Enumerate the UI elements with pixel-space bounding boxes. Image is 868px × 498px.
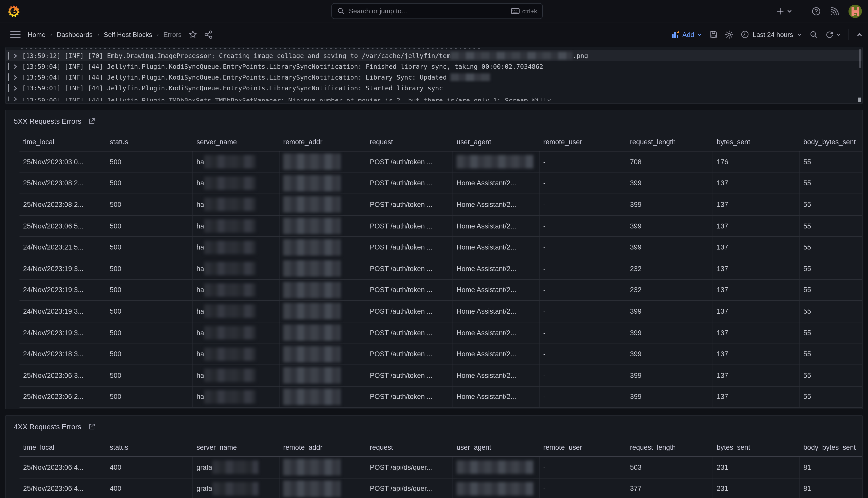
log-expand-chevron-icon[interactable] bbox=[13, 53, 17, 58]
zoom-out-icon[interactable] bbox=[810, 30, 818, 39]
save-icon[interactable] bbox=[709, 30, 718, 39]
column-header-status[interactable]: status bbox=[106, 133, 193, 151]
redacted-server-name bbox=[204, 155, 256, 169]
log-scroll-corner[interactable] bbox=[858, 97, 861, 102]
column-header-request_length[interactable]: request_length bbox=[626, 439, 713, 456]
settings-gear-icon[interactable] bbox=[725, 30, 734, 39]
log-expand-chevron-icon[interactable] bbox=[13, 75, 17, 80]
cell-request: POST /auth/token ... bbox=[366, 194, 453, 215]
column-header-request[interactable]: request bbox=[366, 439, 453, 456]
breadcrumb-item-dashboards[interactable]: Dashboards bbox=[57, 30, 93, 38]
cell-server_name: ha bbox=[193, 194, 280, 215]
redacted-remote-addr bbox=[283, 367, 341, 383]
column-header-user_agent[interactable]: user_agent bbox=[453, 133, 540, 151]
log-message: [13:59:04] [INF] [44] Jellyfin.Plugin.Ko… bbox=[22, 74, 491, 81]
table-5xx: time_localstatusserver_nameremote_addrre… bbox=[19, 133, 862, 408]
redacted-user-agent bbox=[457, 155, 533, 169]
log-row[interactable]: [13:59:04] [INF] [44] Jellyfin.Plugin.Ko… bbox=[6, 61, 862, 72]
panel-header[interactable]: 4XX Requests Errors bbox=[6, 416, 862, 434]
refresh-button[interactable] bbox=[825, 30, 841, 39]
column-header-remote_user[interactable]: remote_user bbox=[540, 439, 626, 456]
cell-status: 500 bbox=[106, 194, 193, 215]
search-input[interactable]: Search or jump to... ctrl+k bbox=[331, 3, 543, 19]
news-rss-icon[interactable] bbox=[830, 7, 839, 16]
column-header-request_length[interactable]: request_length bbox=[626, 133, 713, 151]
cell-status: 500 bbox=[106, 323, 193, 343]
redacted-remote-addr bbox=[283, 325, 341, 341]
cell-request_length: 399 bbox=[626, 194, 713, 215]
breadcrumb-item-self-host-blocks[interactable]: Self Host Blocks bbox=[104, 30, 152, 38]
server-name-prefix: ha bbox=[196, 222, 204, 230]
log-scrollbar-thumb[interactable] bbox=[859, 49, 861, 68]
column-header-remote_addr[interactable]: remote_addr bbox=[280, 439, 366, 456]
column-header-bytes_sent[interactable]: bytes_sent bbox=[713, 439, 800, 456]
cell-request_length: 399 bbox=[626, 344, 713, 365]
help-icon[interactable] bbox=[812, 7, 821, 16]
redacted-server-name bbox=[204, 390, 256, 404]
column-header-bytes_sent[interactable]: bytes_sent bbox=[713, 133, 800, 151]
log-expand-chevron-icon[interactable] bbox=[13, 86, 17, 91]
breadcrumb-item-home[interactable]: Home bbox=[28, 30, 45, 38]
cell-remote_user: - bbox=[540, 152, 626, 172]
share-icon[interactable] bbox=[204, 30, 213, 39]
column-header-remote_addr[interactable]: remote_addr bbox=[280, 133, 366, 151]
panel-header[interactable]: 5XX Requests Errors bbox=[6, 110, 862, 128]
cell-user_agent: Home Assistant/2... bbox=[453, 173, 540, 194]
log-row[interactable]: [13:59:00] [INF] [44] Jellyfin.Plugin.TM… bbox=[6, 93, 862, 101]
log-level-bar bbox=[8, 84, 9, 92]
collapse-up-icon[interactable] bbox=[856, 31, 863, 38]
column-header-server_name[interactable]: server_name bbox=[193, 439, 280, 456]
redacted-server-name bbox=[204, 219, 256, 233]
user-avatar[interactable] bbox=[849, 5, 862, 18]
cell-status: 400 bbox=[106, 478, 193, 498]
log-expand-chevron-icon[interactable] bbox=[13, 64, 17, 69]
star-icon[interactable] bbox=[189, 30, 197, 39]
cell-server_name: ha bbox=[193, 386, 280, 407]
cell-remote_addr bbox=[280, 386, 366, 407]
redacted-user-agent bbox=[457, 482, 533, 495]
cell-remote_user: - bbox=[540, 258, 626, 279]
log-row[interactable]: [13:59:12] [INF] [70] Emby.Drawing.Image… bbox=[6, 50, 862, 61]
grafana-logo-icon[interactable] bbox=[7, 5, 21, 18]
column-header-request[interactable]: request bbox=[366, 133, 453, 151]
cell-remote_addr bbox=[280, 365, 366, 386]
time-range-picker[interactable]: Last 24 hours bbox=[741, 30, 802, 39]
cell-bytes_sent: 137 bbox=[713, 344, 800, 365]
menu-icon[interactable] bbox=[10, 30, 21, 39]
table-row: 24/Nov/2023:19:3...500haPOST /auth/token… bbox=[19, 323, 862, 344]
column-header-status[interactable]: status bbox=[106, 439, 193, 456]
cell-user_agent bbox=[453, 457, 540, 478]
cell-body_bytes_sent: 55 bbox=[800, 323, 863, 343]
logs-panel: [13:59:12] [INF] [70] Emby.Drawing.Image… bbox=[5, 47, 863, 104]
new-button[interactable] bbox=[776, 7, 792, 15]
external-link-icon[interactable] bbox=[88, 423, 95, 430]
column-header-body_bytes_sent[interactable]: body_bytes_sent bbox=[800, 439, 863, 456]
add-button[interactable]: Add bbox=[672, 30, 702, 38]
log-row[interactable]: [13:59:01] [INF] [44] Jellyfin.Plugin.Ko… bbox=[6, 83, 862, 93]
cell-bytes_sent: 137 bbox=[713, 194, 800, 215]
dashboard-canvas: [13:59:12] [INF] [70] Emby.Drawing.Image… bbox=[0, 46, 868, 498]
dashboard-toolbar: Home›Dashboards›Self Host Blocks›Errors … bbox=[0, 23, 868, 46]
log-row-partial[interactable] bbox=[6, 47, 862, 50]
external-link-icon[interactable] bbox=[88, 118, 95, 125]
breadcrumb: Home›Dashboards›Self Host Blocks›Errors bbox=[28, 30, 181, 38]
cell-remote_user: - bbox=[540, 323, 626, 343]
log-row[interactable]: [13:59:04] [INF] [44] Jellyfin.Plugin.Ko… bbox=[6, 72, 862, 83]
column-header-body_bytes_sent[interactable]: body_bytes_sent bbox=[800, 133, 863, 151]
column-header-time_local[interactable]: time_local bbox=[19, 133, 106, 151]
cell-body_bytes_sent: 81 bbox=[800, 457, 863, 478]
chevron-down-icon bbox=[786, 8, 792, 14]
cell-time_local: 25/Nov/2023:06:2... bbox=[19, 386, 106, 407]
column-header-server_name[interactable]: server_name bbox=[193, 133, 280, 151]
server-name-prefix: ha bbox=[196, 371, 204, 379]
column-header-user_agent[interactable]: user_agent bbox=[453, 439, 540, 456]
redacted-server-name bbox=[204, 240, 256, 254]
cell-status: 500 bbox=[106, 365, 193, 386]
log-expand-chevron-icon[interactable] bbox=[13, 96, 17, 101]
plus-icon bbox=[776, 7, 784, 15]
column-header-remote_user[interactable]: remote_user bbox=[540, 133, 626, 151]
clock-icon bbox=[741, 30, 749, 39]
table-row: 25/Nov/2023:03:0...500haPOST /auth/token… bbox=[19, 152, 862, 173]
table-row: 24/Nov/2023:18:3...500haPOST /auth/token… bbox=[19, 344, 862, 365]
column-header-time_local[interactable]: time_local bbox=[19, 439, 106, 456]
